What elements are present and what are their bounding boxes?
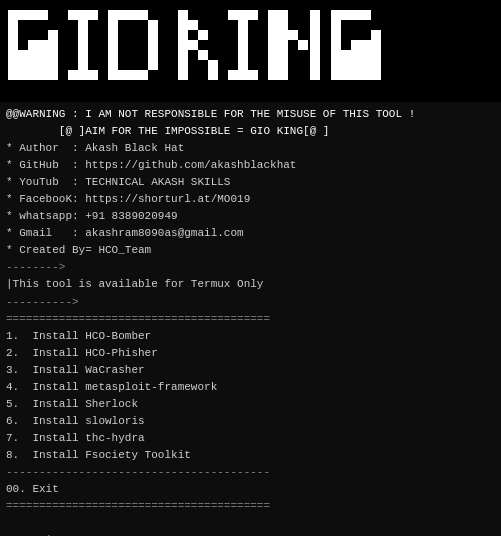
svg-rect-47 <box>108 50 118 60</box>
svg-rect-59 <box>178 30 188 40</box>
svg-rect-122 <box>341 50 351 60</box>
svg-rect-105 <box>310 50 320 60</box>
title-section <box>0 0 501 102</box>
svg-rect-121 <box>331 50 341 60</box>
svg-rect-73 <box>238 40 248 50</box>
svg-rect-27 <box>78 10 88 20</box>
svg-rect-117 <box>351 40 361 50</box>
svg-rect-24 <box>38 70 48 80</box>
svg-rect-15 <box>48 50 58 60</box>
svg-rect-58 <box>178 20 188 30</box>
svg-rect-3 <box>38 10 48 20</box>
menu-item-2: 2. Install HCO-Phisher <box>6 345 495 362</box>
svg-rect-26 <box>68 10 78 20</box>
svg-rect-53 <box>128 70 138 80</box>
svg-rect-125 <box>371 50 381 60</box>
svg-rect-51 <box>108 70 118 80</box>
svg-rect-128 <box>351 60 361 70</box>
svg-rect-60 <box>178 40 188 50</box>
title-svg <box>6 8 496 98</box>
svg-rect-44 <box>148 30 158 40</box>
svg-rect-35 <box>78 70 88 80</box>
svg-rect-120 <box>371 30 381 40</box>
svg-rect-17 <box>18 60 28 70</box>
svg-rect-71 <box>238 20 248 30</box>
svg-rect-102 <box>298 40 308 50</box>
svg-rect-77 <box>238 70 248 80</box>
svg-rect-111 <box>341 10 351 20</box>
svg-rect-57 <box>198 30 208 40</box>
svg-rect-97 <box>310 20 320 30</box>
divider1: ======================================== <box>6 311 495 328</box>
svg-rect-42 <box>148 20 158 30</box>
svg-rect-61 <box>178 50 188 60</box>
svg-rect-2 <box>28 10 38 20</box>
svg-rect-131 <box>331 70 341 80</box>
svg-rect-118 <box>361 40 371 50</box>
svg-rect-78 <box>248 70 258 80</box>
svg-rect-113 <box>361 10 371 20</box>
svg-rect-31 <box>78 40 88 50</box>
svg-rect-34 <box>68 70 78 80</box>
svg-rect-46 <box>148 40 158 50</box>
svg-rect-74 <box>238 50 248 60</box>
svg-rect-133 <box>351 70 361 80</box>
svg-rect-6 <box>8 40 18 50</box>
svg-rect-134 <box>361 70 371 80</box>
svg-rect-48 <box>148 50 158 60</box>
menu-item-6: 6. Install slowloris <box>6 413 495 430</box>
svg-rect-62 <box>178 60 188 70</box>
whatsapp-line: * whatsapp: +91 8389020949 <box>6 208 495 225</box>
menu-item-7: 7. Install thc-hydra <box>6 430 495 447</box>
menu-item-8: 8. Install Fsociety Toolkit <box>6 447 495 464</box>
separator2: ----------> <box>6 294 495 311</box>
svg-rect-106 <box>268 60 278 70</box>
svg-rect-64 <box>188 40 198 50</box>
created-line: * Created By= HCO_Team <box>6 242 495 259</box>
svg-rect-101 <box>268 40 278 50</box>
svg-rect-4 <box>8 20 18 30</box>
svg-rect-69 <box>238 10 248 20</box>
svg-rect-66 <box>208 60 218 70</box>
svg-rect-95 <box>268 20 278 30</box>
gmail-line: * Gmail : akashram8090as@gmail.com <box>6 225 495 242</box>
svg-rect-40 <box>138 10 148 20</box>
svg-rect-96 <box>278 20 288 30</box>
svg-rect-45 <box>108 40 118 50</box>
exit-line: 00. Exit <box>6 481 495 498</box>
svg-rect-124 <box>361 50 371 60</box>
svg-rect-109 <box>310 70 320 80</box>
svg-rect-107 <box>310 60 320 70</box>
svg-rect-70 <box>248 10 258 20</box>
svg-rect-25 <box>48 70 58 80</box>
svg-rect-55 <box>178 10 188 20</box>
svg-rect-135 <box>371 70 381 80</box>
svg-rect-13 <box>28 50 38 60</box>
author-line: * Author : Akash Black Hat <box>6 140 495 157</box>
svg-rect-112 <box>351 10 361 20</box>
svg-rect-29 <box>78 20 88 30</box>
svg-rect-30 <box>78 30 88 40</box>
svg-rect-104 <box>268 50 278 60</box>
svg-rect-38 <box>118 10 128 20</box>
prompt-line[interactable]: $: <box>6 515 495 536</box>
svg-rect-123 <box>351 50 361 60</box>
svg-rect-75 <box>238 60 248 70</box>
warning-line: @@WARNING : I AM NOT RESPONSIBLE FOR THE… <box>6 106 495 123</box>
svg-rect-28 <box>88 10 98 20</box>
svg-rect-52 <box>118 70 128 80</box>
svg-rect-67 <box>208 70 218 80</box>
svg-rect-36 <box>88 70 98 80</box>
svg-rect-129 <box>361 60 371 70</box>
svg-rect-22 <box>18 70 28 80</box>
svg-rect-92 <box>278 70 288 80</box>
facebook-line: * FacebooK: https://shorturl.at/MO019 <box>6 191 495 208</box>
youtube-line: * YouTub : TECHNICAL AKASH SKILLS <box>6 174 495 191</box>
separator1: --------> <box>6 259 495 276</box>
svg-rect-41 <box>108 20 118 30</box>
svg-rect-7 <box>28 40 38 50</box>
svg-rect-103 <box>310 40 320 50</box>
svg-rect-116 <box>331 40 341 50</box>
menu-item-3: 3. Install WaCrasher <box>6 362 495 379</box>
svg-rect-93 <box>268 10 278 20</box>
